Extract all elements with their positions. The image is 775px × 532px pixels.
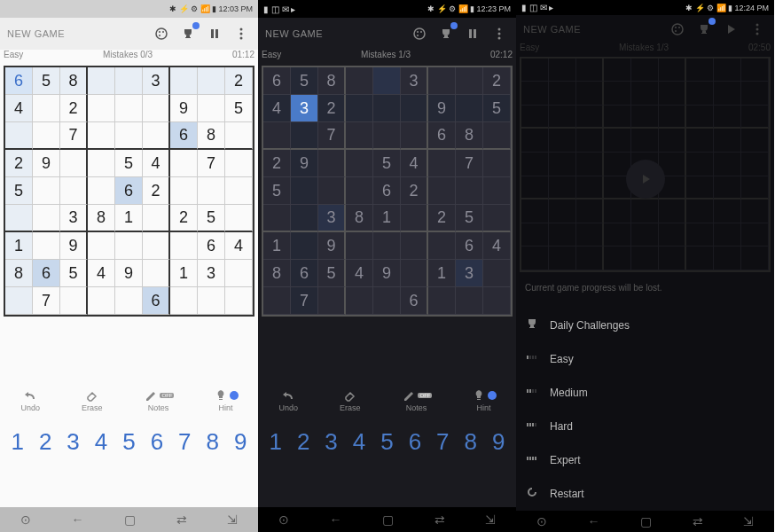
cell-r2c5[interactable] bbox=[143, 122, 170, 150]
cell-r0c5[interactable]: 3 bbox=[143, 67, 170, 95]
cell-r5c3[interactable]: 8 bbox=[88, 205, 115, 232]
cell-r1c3[interactable] bbox=[88, 95, 115, 122]
menu-item-restart[interactable]: Restart bbox=[525, 477, 765, 511]
sudoku-board[interactable]: 658324329576829547562381251964865491376 bbox=[262, 66, 513, 317]
cell-r4c7[interactable] bbox=[198, 177, 225, 205]
cell-r8c2[interactable] bbox=[60, 287, 88, 315]
cell-r7c0[interactable]: 8 bbox=[263, 260, 291, 287]
trophy-icon[interactable] bbox=[178, 24, 198, 43]
cell-r4c3[interactable] bbox=[346, 177, 373, 205]
cell-r7c0[interactable]: 8 bbox=[5, 260, 33, 287]
cell-r0c7[interactable] bbox=[456, 67, 483, 95]
nav-3[interactable]: ⇄ bbox=[176, 512, 187, 527]
new-game-button[interactable]: NEW GAME bbox=[7, 28, 65, 39]
cell-r8c0[interactable] bbox=[263, 287, 291, 315]
cell-r4c0[interactable]: 5 bbox=[5, 177, 33, 205]
cell-r7c4[interactable]: 9 bbox=[373, 260, 401, 287]
cell-r1c4[interactable] bbox=[115, 95, 143, 122]
cell-r6c6[interactable] bbox=[170, 232, 198, 260]
cell-r1c4[interactable] bbox=[373, 95, 401, 122]
nav-4[interactable]: ⇲ bbox=[227, 512, 238, 527]
cell-r6c5[interactable] bbox=[143, 232, 170, 260]
undo-button[interactable]: Undo bbox=[278, 387, 298, 412]
cell-r3c2[interactable] bbox=[60, 150, 88, 177]
more-icon[interactable] bbox=[231, 24, 251, 43]
cell-r2c0[interactable] bbox=[263, 122, 291, 150]
cell-r8c0[interactable] bbox=[5, 287, 33, 315]
pause-icon[interactable] bbox=[205, 24, 224, 43]
nav-1[interactable]: ← bbox=[587, 514, 599, 528]
num-8[interactable]: 8 bbox=[458, 428, 483, 456]
cell-r1c2[interactable]: 2 bbox=[318, 95, 346, 122]
cell-r1c7[interactable] bbox=[456, 95, 483, 122]
cell-r5c2[interactable]: 3 bbox=[318, 205, 346, 232]
cell-r8c7[interactable] bbox=[198, 287, 225, 315]
cell-r4c4[interactable]: 6 bbox=[373, 177, 401, 205]
cell-r2c1[interactable] bbox=[291, 122, 318, 150]
cell-r0c1[interactable]: 5 bbox=[33, 67, 60, 95]
cell-r7c7[interactable]: 3 bbox=[198, 260, 225, 287]
cell-r0c6[interactable] bbox=[428, 67, 456, 95]
new-game-button[interactable]: NEW GAME bbox=[523, 24, 581, 35]
cell-r6c3[interactable] bbox=[346, 232, 373, 260]
cell-r5c1[interactable] bbox=[291, 205, 318, 232]
cell-r5c0[interactable] bbox=[263, 205, 291, 232]
cell-r2c7[interactable]: 8 bbox=[198, 122, 225, 150]
nav-1[interactable]: ← bbox=[329, 512, 341, 527]
cell-r3c1[interactable]: 9 bbox=[291, 150, 318, 177]
cell-r6c7[interactable]: 6 bbox=[456, 232, 483, 260]
cell-r6c5[interactable] bbox=[401, 232, 428, 260]
cell-r6c4[interactable] bbox=[115, 232, 143, 260]
nav-3[interactable]: ⇄ bbox=[693, 514, 703, 528]
num-7[interactable]: 7 bbox=[430, 428, 455, 456]
cell-r7c3[interactable]: 4 bbox=[88, 260, 115, 287]
notes-button[interactable]: OFF Notes bbox=[402, 387, 430, 412]
cell-r0c2[interactable]: 8 bbox=[60, 67, 88, 95]
cell-r5c5[interactable] bbox=[401, 205, 428, 232]
cell-r6c2[interactable]: 9 bbox=[318, 232, 346, 260]
cell-r1c5[interactable] bbox=[401, 95, 428, 122]
nav-3[interactable]: ⇄ bbox=[434, 512, 445, 527]
cell-r1c6[interactable]: 9 bbox=[428, 95, 456, 122]
cell-r5c4[interactable]: 1 bbox=[115, 205, 143, 232]
cell-r7c3[interactable]: 4 bbox=[346, 260, 373, 287]
cell-r7c8[interactable] bbox=[483, 260, 511, 287]
cell-r0c3[interactable] bbox=[346, 67, 373, 95]
cell-r5c7[interactable]: 5 bbox=[456, 205, 483, 232]
num-7[interactable]: 7 bbox=[172, 428, 197, 456]
cell-r2c5[interactable] bbox=[401, 122, 428, 150]
cell-r6c2[interactable]: 9 bbox=[60, 232, 88, 260]
num-8[interactable]: 8 bbox=[200, 428, 225, 456]
cell-r6c0[interactable]: 1 bbox=[263, 232, 291, 260]
cell-r2c2[interactable]: 7 bbox=[60, 122, 88, 150]
cell-r1c6[interactable]: 9 bbox=[170, 95, 198, 122]
num-5[interactable]: 5 bbox=[374, 428, 399, 456]
nav-0[interactable]: ⊙ bbox=[536, 514, 547, 528]
cell-r4c1[interactable] bbox=[33, 177, 60, 205]
cell-r3c4[interactable]: 5 bbox=[115, 150, 143, 177]
cell-r2c6[interactable]: 6 bbox=[170, 122, 198, 150]
cell-r0c3[interactable] bbox=[88, 67, 115, 95]
cell-r4c2[interactable] bbox=[60, 177, 88, 205]
cell-r4c1[interactable] bbox=[291, 177, 318, 205]
cell-r6c4[interactable] bbox=[373, 232, 401, 260]
hint-button[interactable]: Hint bbox=[472, 387, 495, 412]
palette-icon[interactable] bbox=[410, 24, 429, 43]
cell-r1c3[interactable] bbox=[346, 95, 373, 122]
erase-button[interactable]: Erase bbox=[340, 387, 361, 412]
num-1[interactable]: 1 bbox=[263, 428, 288, 456]
menu-item-daily-challenges[interactable]: Daily Challenges bbox=[525, 309, 765, 342]
cell-r7c1[interactable]: 6 bbox=[291, 260, 318, 287]
cell-r5c8[interactable] bbox=[225, 205, 253, 232]
cell-r4c8[interactable] bbox=[225, 177, 253, 205]
cell-r8c3[interactable] bbox=[88, 287, 115, 315]
cell-r8c1[interactable]: 7 bbox=[33, 287, 60, 315]
cell-r1c8[interactable]: 5 bbox=[483, 95, 511, 122]
cell-r2c8[interactable] bbox=[483, 122, 511, 150]
nav-0[interactable]: ⊙ bbox=[20, 512, 31, 527]
cell-r1c1[interactable]: 3 bbox=[291, 95, 318, 122]
cell-r3c6[interactable] bbox=[170, 150, 198, 177]
nav-4[interactable]: ⇲ bbox=[485, 512, 496, 527]
cell-r4c2[interactable] bbox=[318, 177, 346, 205]
cell-r1c0[interactable]: 4 bbox=[5, 95, 33, 122]
